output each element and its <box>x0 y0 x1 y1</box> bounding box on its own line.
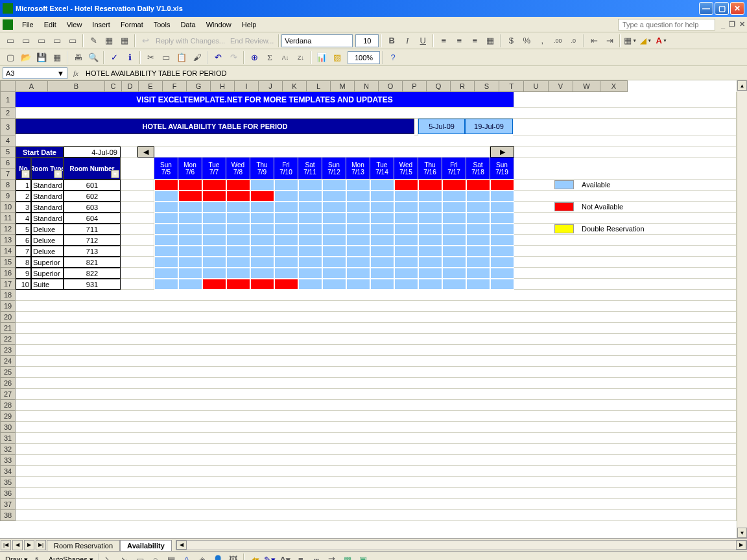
availability-cell[interactable] <box>202 224 226 235</box>
availability-cell[interactable] <box>154 180 178 191</box>
availability-cell[interactable] <box>490 180 514 191</box>
day-header-7/18[interactable]: Sat7/18 <box>466 158 490 180</box>
cell[interactable] <box>121 235 154 246</box>
room-type[interactable]: Suite <box>31 279 64 290</box>
availability-cell[interactable] <box>154 191 178 202</box>
availability-cell[interactable] <box>490 279 514 290</box>
close-button[interactable]: ✕ <box>730 2 744 15</box>
cell[interactable] <box>16 135 737 146</box>
row-header-12[interactable]: 12 <box>0 224 16 235</box>
availability-cell[interactable] <box>274 246 298 257</box>
cell[interactable] <box>121 224 154 235</box>
cell[interactable] <box>121 257 154 268</box>
diagram-icon[interactable]: ◈ <box>195 553 209 561</box>
availability-cell[interactable] <box>394 235 418 246</box>
cell[interactable] <box>16 422 737 433</box>
row-header-4[interactable]: 4 <box>0 135 16 146</box>
undo-button[interactable]: ↶ <box>211 51 225 65</box>
cell[interactable] <box>16 301 737 312</box>
room-number[interactable]: 604 <box>64 213 121 224</box>
cell[interactable] <box>16 334 737 345</box>
cell[interactable] <box>16 323 737 334</box>
row-header-38[interactable]: 38 <box>0 510 16 521</box>
availability-cell[interactable] <box>346 202 370 213</box>
menu-format[interactable]: Format <box>115 19 148 30</box>
availability-cell[interactable] <box>322 224 346 235</box>
row-header-37[interactable]: 37 <box>0 499 16 510</box>
room-number[interactable]: 603 <box>64 202 121 213</box>
day-header-7/13[interactable]: Mon7/13 <box>346 158 370 180</box>
availability-cell[interactable] <box>418 279 442 290</box>
row-header-23[interactable]: 23 <box>0 345 16 356</box>
availability-cell[interactable] <box>394 213 418 224</box>
availability-cell[interactable] <box>274 213 298 224</box>
col-header-K[interactable]: K <box>283 80 307 92</box>
room-type[interactable]: Superior <box>31 257 64 268</box>
menu-view[interactable]: View <box>62 19 88 30</box>
availability-cell[interactable] <box>226 246 250 257</box>
horizontal-scrollbar[interactable]: ◀ ▶ <box>176 540 747 550</box>
row-header-9[interactable]: 9 <box>0 191 16 202</box>
menu-insert[interactable]: Insert <box>87 19 115 30</box>
availability-cell[interactable] <box>370 235 394 246</box>
availability-cell[interactable] <box>346 191 370 202</box>
availability-cell[interactable] <box>298 191 322 202</box>
room-no[interactable]: 10 <box>16 279 31 290</box>
room-type[interactable]: Standard <box>31 213 64 224</box>
hscroll-left-arrow[interactable]: ◀ <box>176 541 187 550</box>
cell[interactable] <box>514 268 737 279</box>
day-header-7/6[interactable]: Mon7/6 <box>178 158 202 180</box>
col-header-A[interactable]: A <box>16 80 48 92</box>
arrowstyle-icon[interactable]: ⇉ <box>325 553 339 561</box>
comma-button[interactable]: , <box>535 34 549 48</box>
day-header-7/16[interactable]: Thu7/16 <box>418 158 442 180</box>
room-no[interactable]: 4 <box>16 213 31 224</box>
availability-cell[interactable] <box>370 180 394 191</box>
availability-cell[interactable] <box>370 268 394 279</box>
tab-last-button[interactable]: ▶| <box>36 540 46 550</box>
availability-cell[interactable] <box>298 180 322 191</box>
startdate-value[interactable]: 4-Jul-09 <box>64 146 121 158</box>
zoom-select[interactable] <box>348 51 380 64</box>
formatpainter-button[interactable]: 🖌 <box>190 51 204 65</box>
room-number[interactable]: 931 <box>64 279 121 290</box>
availability-cell[interactable] <box>250 213 274 224</box>
filter-dropdown[interactable]: ▼ <box>111 170 119 178</box>
sort-asc-button[interactable]: A↓ <box>278 51 292 65</box>
fontsize-select[interactable] <box>355 34 379 47</box>
col-header-Q[interactable]: Q <box>427 80 451 92</box>
room-number[interactable]: 821 <box>64 257 121 268</box>
scroll-right-button[interactable]: ▶ <box>490 146 514 158</box>
cell[interactable] <box>16 378 737 389</box>
col-header-H[interactable]: H <box>211 80 235 92</box>
room-no[interactable]: 6 <box>16 235 31 246</box>
availability-cell[interactable] <box>442 191 466 202</box>
availability-cell[interactable] <box>394 224 418 235</box>
menu-file[interactable]: File <box>17 19 39 30</box>
maximize-button[interactable]: ▢ <box>715 2 729 15</box>
availability-cell[interactable] <box>394 202 418 213</box>
availability-cell[interactable] <box>298 202 322 213</box>
scroll-left-button[interactable]: ◀ <box>137 146 154 158</box>
col-header-X[interactable]: X <box>600 80 628 92</box>
availability-cell[interactable] <box>442 213 466 224</box>
availability-cell[interactable] <box>370 202 394 213</box>
availability-cell[interactable] <box>322 257 346 268</box>
room-type[interactable]: Standard <box>31 180 64 191</box>
cell[interactable] <box>16 411 737 422</box>
cell[interactable] <box>121 202 154 213</box>
availability-cell[interactable] <box>442 180 466 191</box>
fontcolor-draw-icon[interactable]: A▾ <box>278 553 292 561</box>
cell[interactable] <box>16 444 737 455</box>
room-type[interactable]: Deluxe <box>31 235 64 246</box>
col-header-G[interactable]: G <box>187 80 211 92</box>
availability-cell[interactable] <box>322 191 346 202</box>
filter-dropdown[interactable]: ▼ <box>21 170 30 178</box>
cell[interactable] <box>16 510 737 521</box>
comment2-icon[interactable]: ▭ <box>19 34 33 48</box>
availability-cell[interactable] <box>178 235 202 246</box>
cell[interactable] <box>514 257 737 268</box>
row-header-25[interactable]: 25 <box>0 367 16 378</box>
filter-dropdown[interactable]: ▼ <box>54 170 62 178</box>
linecolor-draw-icon[interactable]: ✎▾ <box>263 553 277 561</box>
